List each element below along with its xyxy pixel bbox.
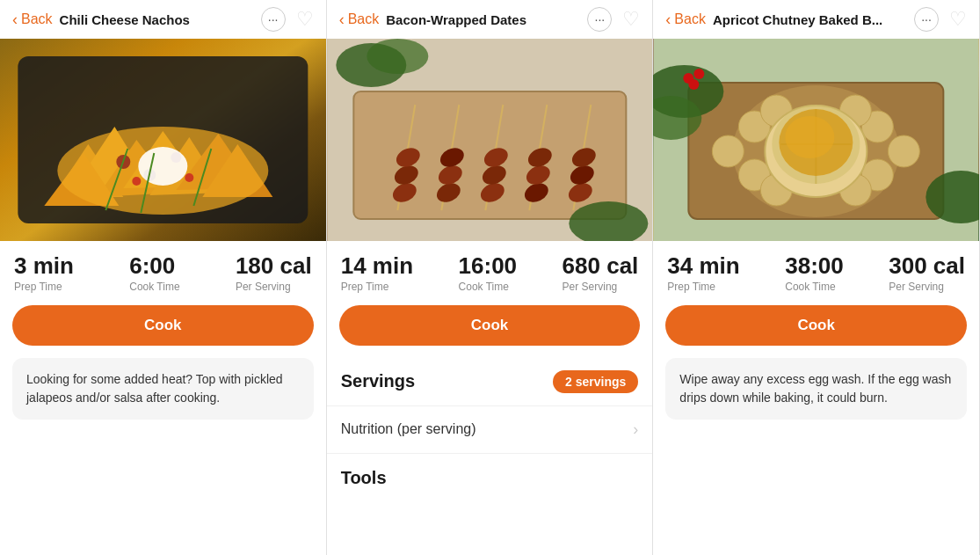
header-icons-apricot: ··· ♡ bbox=[914, 7, 967, 32]
info-text-apricot: Wipe away any excess egg wash. If the eg… bbox=[679, 372, 951, 405]
favorite-nachos[interactable]: ♡ bbox=[296, 8, 314, 31]
title-dates: Bacon-Wrapped Dates bbox=[386, 12, 580, 27]
header-apricot: ‹ Back Apricot Chutney Baked B... ··· ♡ bbox=[653, 0, 979, 39]
header-dates: ‹ Back Bacon-Wrapped Dates ··· ♡ bbox=[327, 0, 653, 39]
prep-time-nachos: 3 min Prep Time bbox=[14, 253, 74, 293]
cal-value-dates: 680 cal bbox=[563, 253, 639, 279]
svg-point-53 bbox=[689, 79, 700, 90]
back-chevron-icon: ‹ bbox=[12, 11, 18, 29]
cook-label-apricot: Cook Time bbox=[785, 281, 835, 293]
cook-label-dates: Cook Time bbox=[459, 281, 509, 293]
cook-button-apricot[interactable]: Cook bbox=[665, 305, 967, 346]
food-image-dates bbox=[327, 39, 653, 241]
header-icons-nachos: ··· ♡ bbox=[261, 7, 314, 32]
stats-apricot: 34 min Prep Time 38:00 Cook Time 300 cal… bbox=[653, 241, 979, 302]
svg-point-17 bbox=[132, 177, 141, 186]
back-label-nachos[interactable]: Back bbox=[21, 11, 53, 27]
svg-point-23 bbox=[367, 39, 428, 74]
tools-section-partial: Tools bbox=[327, 454, 653, 488]
prep-value-dates: 14 min bbox=[341, 253, 413, 279]
back-chevron-icon-apricot: ‹ bbox=[665, 11, 671, 29]
nutrition-label: Nutrition (per serving) bbox=[341, 421, 476, 437]
more-options-apricot[interactable]: ··· bbox=[914, 7, 939, 32]
back-button-dates[interactable]: ‹ Back bbox=[339, 11, 380, 29]
stats-nachos: 3 min Prep Time 6:00 Cook Time 180 cal P… bbox=[0, 241, 326, 302]
food-image-nachos bbox=[0, 39, 326, 241]
tools-label: Tools bbox=[341, 468, 387, 487]
calories-nachos: 180 cal Per Serving bbox=[236, 253, 312, 293]
favorite-dates[interactable]: ♡ bbox=[622, 8, 640, 31]
cal-value-nachos: 180 cal bbox=[236, 253, 312, 279]
cook-label-nachos: Cook Time bbox=[129, 281, 179, 293]
cal-value-apricot: 300 cal bbox=[889, 253, 965, 279]
cook-time-apricot: 38:00 Cook Time bbox=[785, 253, 844, 293]
info-card-apricot: Wipe away any excess egg wash. If the eg… bbox=[665, 358, 967, 420]
prep-label-nachos: Prep Time bbox=[14, 281, 62, 293]
food-image-apricot bbox=[653, 39, 979, 241]
prep-label-dates: Prep Time bbox=[341, 281, 389, 293]
calories-dates: 680 cal Per Serving bbox=[563, 253, 639, 293]
prep-value-apricot: 34 min bbox=[667, 253, 739, 279]
title-apricot: Apricot Chutney Baked B... bbox=[713, 12, 907, 27]
svg-point-18 bbox=[185, 173, 193, 182]
header-icons-dates: ··· ♡ bbox=[587, 7, 640, 32]
prep-label-apricot: Prep Time bbox=[667, 281, 715, 293]
panel-nachos: ‹ Back Chili Cheese Nachos ··· ♡ bbox=[0, 0, 327, 555]
svg-point-13 bbox=[138, 147, 187, 186]
title-nachos: Chili Cheese Nachos bbox=[60, 12, 254, 27]
favorite-apricot[interactable]: ♡ bbox=[949, 8, 967, 31]
cal-label-apricot: Per Serving bbox=[889, 281, 944, 293]
servings-section: Servings 2 servings bbox=[327, 358, 653, 406]
cook-value-nachos: 6:00 bbox=[129, 253, 175, 279]
more-options-nachos[interactable]: ··· bbox=[261, 7, 286, 32]
cook-button-nachos[interactable]: Cook bbox=[12, 305, 314, 346]
cook-time-nachos: 6:00 Cook Time bbox=[129, 253, 179, 293]
nutrition-chevron-icon: › bbox=[633, 420, 638, 439]
svg-point-52 bbox=[694, 69, 705, 79]
svg-point-60 bbox=[889, 135, 920, 167]
back-label-apricot[interactable]: Back bbox=[674, 11, 706, 27]
svg-point-71 bbox=[786, 116, 835, 158]
calories-apricot: 300 cal Per Serving bbox=[889, 253, 965, 293]
info-text-nachos: Looking for some added heat? Top with pi… bbox=[26, 372, 283, 405]
cook-button-dates[interactable]: Cook bbox=[339, 305, 641, 346]
back-label-dates[interactable]: Back bbox=[348, 11, 380, 27]
nutrition-row[interactable]: Nutrition (per serving) › bbox=[327, 406, 653, 454]
prep-value-nachos: 3 min bbox=[14, 253, 74, 279]
back-button-nachos[interactable]: ‹ Back bbox=[12, 11, 53, 29]
prep-time-dates: 14 min Prep Time bbox=[341, 253, 413, 293]
back-button-apricot[interactable]: ‹ Back bbox=[665, 11, 706, 29]
cal-label-dates: Per Serving bbox=[563, 281, 618, 293]
stats-dates: 14 min Prep Time 16:00 Cook Time 680 cal… bbox=[327, 241, 653, 302]
back-chevron-icon-dates: ‹ bbox=[339, 11, 345, 29]
cook-value-dates: 16:00 bbox=[459, 253, 518, 279]
panel-apricot: ‹ Back Apricot Chutney Baked B... ··· ♡ bbox=[653, 0, 980, 555]
header-nachos: ‹ Back Chili Cheese Nachos ··· ♡ bbox=[0, 0, 326, 39]
servings-badge[interactable]: 2 servings bbox=[553, 370, 638, 393]
more-options-dates[interactable]: ··· bbox=[587, 7, 612, 32]
info-card-nachos: Looking for some added heat? Top with pi… bbox=[12, 358, 314, 420]
svg-point-59 bbox=[713, 135, 744, 167]
servings-title: Servings bbox=[341, 371, 415, 391]
cal-label-nachos: Per Serving bbox=[236, 281, 291, 293]
panel-dates: ‹ Back Bacon-Wrapped Dates ··· ♡ bbox=[327, 0, 654, 555]
cook-time-dates: 16:00 Cook Time bbox=[459, 253, 518, 293]
cook-value-apricot: 38:00 bbox=[785, 253, 844, 279]
prep-time-apricot: 34 min Prep Time bbox=[667, 253, 739, 293]
